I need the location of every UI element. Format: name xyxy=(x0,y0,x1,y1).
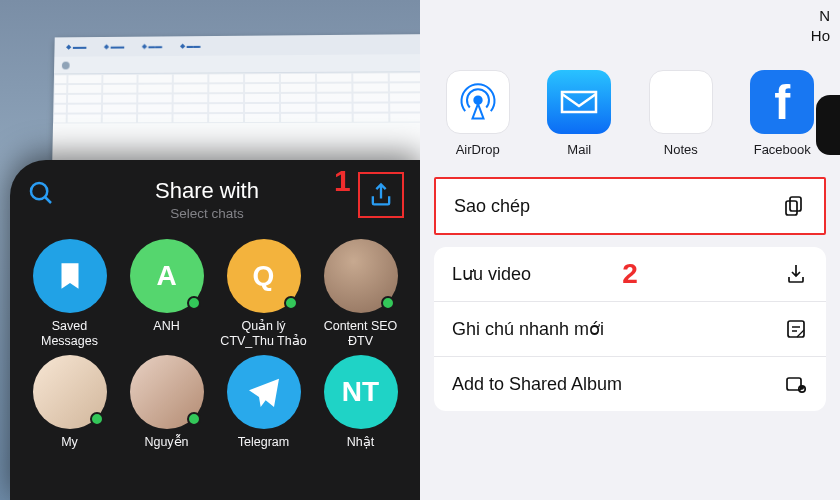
app-label: AirDrop xyxy=(456,142,500,157)
svg-point-9 xyxy=(801,387,803,389)
mail-app[interactable]: Mail xyxy=(547,70,611,157)
chat-label: Nguyễn xyxy=(144,435,188,450)
chat-telegram[interactable]: Telegram xyxy=(220,355,307,450)
chat-label: Content SEO ĐTV xyxy=(317,319,404,349)
avatar-initial: NT xyxy=(324,355,398,429)
annotation-2: 2 xyxy=(622,258,638,290)
chat-my[interactable]: My xyxy=(26,355,113,450)
chat-anh[interactable]: A ANH xyxy=(123,239,210,349)
background-browser-window: ◆ ▬▬◆ ▬▬◆ ▬▬◆ ▬▬ xyxy=(52,34,420,176)
share-subtitle: Select chats xyxy=(56,206,358,221)
chat-nhat[interactable]: NT Nhật xyxy=(317,355,404,450)
svg-rect-4 xyxy=(790,197,801,211)
download-icon xyxy=(784,262,808,286)
annotation-1: 1 xyxy=(334,164,351,198)
app-label: Mail xyxy=(567,142,591,157)
avatar-photo xyxy=(324,239,398,313)
quick-note-action[interactable]: Ghi chú nhanh mới xyxy=(434,301,826,356)
chat-label: Quản lý CTV_Thu Thảo xyxy=(220,319,307,349)
chat-contentseo[interactable]: Content SEO ĐTV xyxy=(317,239,404,349)
copy-action[interactable]: Sao chép xyxy=(436,179,824,233)
ios-share-sheet: NHo AirDrop Mail Notes f Facebook xyxy=(420,0,840,500)
note-icon xyxy=(784,317,808,341)
notes-app[interactable]: Notes xyxy=(649,70,713,157)
svg-rect-6 xyxy=(788,321,804,337)
chat-grid: Saved Messages A ANH Q Quản lý CTV_Thu T… xyxy=(26,239,404,450)
chat-label: My xyxy=(61,435,78,450)
search-icon[interactable] xyxy=(26,178,56,208)
action-label: Ghi chú nhanh mới xyxy=(452,318,604,340)
action-label: Add to Shared Album xyxy=(452,374,622,395)
chat-quanly[interactable]: Q Quản lý CTV_Thu Thảo xyxy=(220,239,307,349)
cropped-text: NHo xyxy=(811,6,830,45)
actions-group: Lưu video 2 Ghi chú nhanh mới Add to Sha… xyxy=(434,247,826,411)
save-video-action[interactable]: Lưu video 2 xyxy=(434,247,826,301)
svg-point-0 xyxy=(31,183,47,199)
avatar-initial: Q xyxy=(227,239,301,313)
shared-album-icon xyxy=(784,372,808,396)
telegram-share-panel: ◆ ▬▬◆ ▬▬◆ ▬▬◆ ▬▬ Share with Select chats… xyxy=(0,0,420,500)
copy-icon xyxy=(782,194,806,218)
avatar-photo xyxy=(130,355,204,429)
action-label: Sao chép xyxy=(454,196,530,217)
facebook-icon: f xyxy=(750,70,814,134)
share-with-sheet: Share with Select chats 1 Saved Messages… xyxy=(10,160,420,500)
chat-label: Nhật xyxy=(347,435,374,450)
app-label: Facebook xyxy=(754,142,811,157)
chat-label: Telegram xyxy=(238,435,289,450)
copy-action-card: Sao chép xyxy=(434,177,826,235)
app-label: Notes xyxy=(664,142,698,157)
chat-nguyen[interactable]: Nguyễn xyxy=(123,355,210,450)
bookmark-icon xyxy=(33,239,107,313)
share-title: Share with xyxy=(56,178,358,204)
mail-icon xyxy=(547,70,611,134)
airdrop-icon xyxy=(446,70,510,134)
action-list: Sao chép Lưu video 2 Ghi chú nhanh mới A… xyxy=(420,177,840,423)
svg-rect-5 xyxy=(786,201,797,215)
shared-album-action[interactable]: Add to Shared Album xyxy=(434,356,826,411)
notes-icon xyxy=(649,70,713,134)
avatar-initial: A xyxy=(130,239,204,313)
export-button[interactable]: 1 xyxy=(358,172,404,218)
chat-saved-messages[interactable]: Saved Messages xyxy=(26,239,113,349)
avatar-photo xyxy=(33,355,107,429)
telegram-icon xyxy=(227,355,301,429)
airdrop-app[interactable]: AirDrop xyxy=(446,70,510,157)
partial-app-icon xyxy=(816,95,840,155)
facebook-app[interactable]: f Facebook xyxy=(750,70,814,157)
svg-line-1 xyxy=(45,197,51,203)
action-label: Lưu video xyxy=(452,263,531,285)
app-row: AirDrop Mail Notes f Facebook xyxy=(420,0,840,177)
chat-label: ANH xyxy=(153,319,179,334)
chat-label: Saved Messages xyxy=(26,319,113,349)
